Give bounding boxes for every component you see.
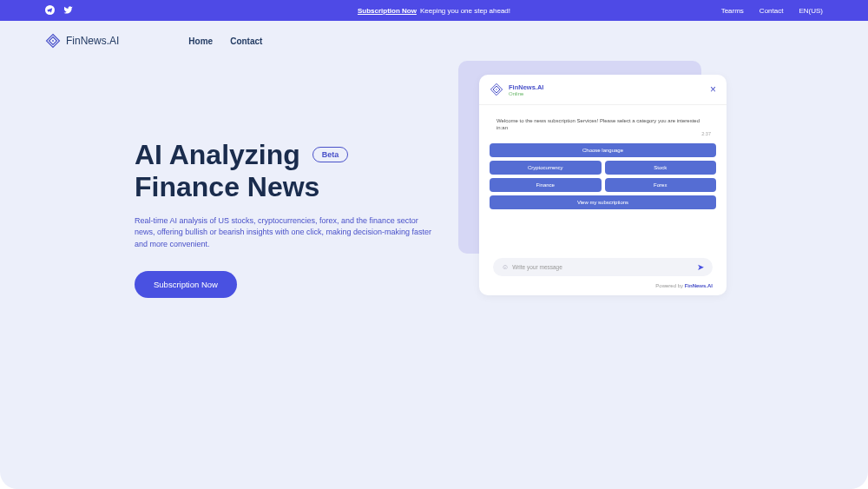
view-subscriptions-button[interactable]: View my subscriptions <box>490 195 716 209</box>
svg-point-2 <box>496 89 496 89</box>
topbar-links: Tearms Contact EN(US) <box>721 7 823 15</box>
forex-button[interactable]: Forex <box>605 178 717 192</box>
nav-links: Home Contact <box>188 36 262 46</box>
subscription-link[interactable]: Subscription Now <box>358 7 417 15</box>
brand-logo[interactable]: FinNews.AI <box>45 33 119 49</box>
chat-welcome-message: Welcome to the news subscription Service… <box>490 114 716 136</box>
stock-button[interactable]: Stock <box>605 161 717 175</box>
nav-home[interactable]: Home <box>188 36 213 46</box>
nav-contact[interactable]: Contact <box>230 36 262 46</box>
chat-input[interactable]: ☺ Write your message ➤ <box>493 258 713 276</box>
hero-content: AI Analyzing Beta Finance News Real-time… <box>135 139 438 298</box>
chat-logo-icon <box>490 83 503 96</box>
announcement-tagline: Keeping you one step ahead! <box>420 7 510 15</box>
powered-by-brand[interactable]: FinNews.AI <box>685 283 713 288</box>
chat-header: FinNews.AI Online × <box>479 75 727 105</box>
choose-language-button[interactable]: Choose language <box>490 143 716 157</box>
announcement-text: Subscription Now Keeping you one step ah… <box>358 7 510 15</box>
subscription-button[interactable]: Subscription Now <box>135 271 237 298</box>
chat-input-area: ☺ Write your message ➤ <box>479 254 727 281</box>
main-navbar: FinNews.AI Home Contact <box>0 21 868 61</box>
hero-title-line2: Finance News <box>135 171 319 202</box>
close-icon[interactable]: × <box>710 83 716 96</box>
chat-footer: Powered by FinNews.AI <box>479 281 727 295</box>
language-selector[interactable]: EN(US) <box>799 7 823 15</box>
hero-section: AI Analyzing Beta Finance News Real-time… <box>0 61 868 298</box>
finance-button[interactable]: Finance <box>490 178 602 192</box>
chat-window: FinNews.AI Online × Welcome to the news … <box>479 75 727 295</box>
logo-icon <box>45 33 61 49</box>
svg-point-1 <box>52 40 54 42</box>
chat-body: Welcome to the news subscription Service… <box>479 105 727 218</box>
terms-link[interactable]: Tearms <box>721 7 744 15</box>
send-icon[interactable]: ➤ <box>697 262 704 272</box>
chat-brand: FinNews.AI <box>509 83 543 91</box>
beta-badge: Beta <box>312 147 349 162</box>
contact-link[interactable]: Contact <box>760 7 784 15</box>
hero-title-line1: AI Analyzing <box>135 139 300 171</box>
chat-status: Online <box>509 91 543 96</box>
chat-timestamp: 2:37 <box>701 131 711 137</box>
top-announcement-bar: Subscription Now Keeping you one step ah… <box>0 0 868 21</box>
telegram-icon[interactable] <box>45 5 55 17</box>
emoji-icon[interactable]: ☺ <box>502 263 509 271</box>
social-links <box>45 5 73 17</box>
crypto-button[interactable]: Cryptocurrency <box>490 161 602 175</box>
chat-input-placeholder: Write your message <box>512 264 694 270</box>
twitter-icon[interactable] <box>63 5 73 17</box>
brand-name: FinNews.AI <box>66 35 119 47</box>
hero-description: Real-time AI analysis of US stocks, cryp… <box>135 215 438 251</box>
hero-illustration: FinNews.AI Online × Welcome to the news … <box>451 40 699 261</box>
